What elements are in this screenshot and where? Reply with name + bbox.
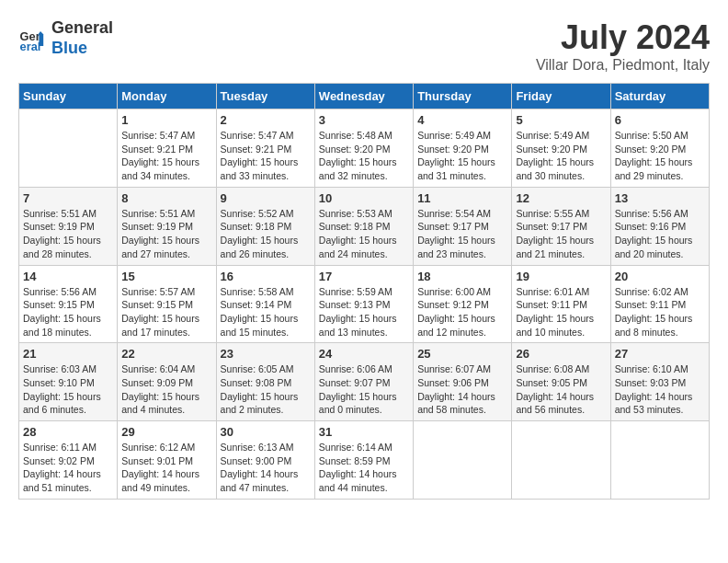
day-number: 31: [319, 425, 409, 439]
day-info: Sunrise: 5:54 AM Sunset: 9:17 PM Dayligh…: [417, 207, 507, 261]
day-number: 27: [615, 347, 705, 361]
calendar-cell: 22Sunrise: 6:04 AM Sunset: 9:09 PM Dayli…: [118, 343, 216, 421]
day-info: Sunrise: 5:52 AM Sunset: 9:18 PM Dayligh…: [221, 207, 311, 261]
calendar-cell: 2Sunrise: 5:47 AM Sunset: 9:21 PM Daylig…: [216, 109, 314, 188]
calendar-cell: 1Sunrise: 5:47 AM Sunset: 9:21 PM Daylig…: [118, 109, 216, 188]
day-info: Sunrise: 6:07 AM Sunset: 9:06 PM Dayligh…: [417, 362, 507, 417]
day-number: 14: [23, 270, 113, 283]
day-info: Sunrise: 5:53 AM Sunset: 9:18 PM Dayligh…: [319, 207, 409, 261]
svg-text:eral: eral: [20, 39, 41, 52]
day-number: 19: [516, 270, 606, 283]
day-number: 10: [319, 191, 409, 205]
weekday-header-monday: Monday: [118, 84, 216, 109]
day-number: 2: [221, 113, 311, 127]
day-number: 20: [615, 270, 705, 283]
day-info: Sunrise: 5:49 AM Sunset: 9:20 PM Dayligh…: [516, 129, 606, 183]
calendar-cell: 16Sunrise: 5:58 AM Sunset: 9:14 PM Dayli…: [216, 265, 314, 343]
day-number: 22: [121, 347, 211, 361]
weekday-header-row: SundayMondayTuesdayWednesdayThursdayFrid…: [19, 84, 710, 109]
calendar-cell: 18Sunrise: 6:00 AM Sunset: 9:12 PM Dayli…: [414, 265, 512, 343]
calendar-cell: 20Sunrise: 6:02 AM Sunset: 9:11 PM Dayli…: [610, 265, 709, 343]
calendar-cell: 26Sunrise: 6:08 AM Sunset: 9:05 PM Dayli…: [512, 343, 610, 421]
day-number: 16: [221, 270, 311, 283]
calendar-cell: 10Sunrise: 5:53 AM Sunset: 9:18 PM Dayli…: [314, 187, 413, 265]
week-row-5: 28Sunrise: 6:11 AM Sunset: 9:02 PM Dayli…: [19, 421, 710, 500]
day-info: Sunrise: 6:01 AM Sunset: 9:11 PM Dayligh…: [516, 285, 606, 339]
calendar-cell: 12Sunrise: 5:55 AM Sunset: 9:17 PM Dayli…: [512, 187, 610, 265]
calendar-cell: 4Sunrise: 5:49 AM Sunset: 9:20 PM Daylig…: [414, 109, 512, 188]
day-info: Sunrise: 5:48 AM Sunset: 9:20 PM Dayligh…: [319, 129, 409, 183]
page-header: Gen eral General Blue July 2024 Villar D…: [18, 18, 710, 74]
calendar-cell: 3Sunrise: 5:48 AM Sunset: 9:20 PM Daylig…: [314, 109, 413, 188]
calendar-cell: 5Sunrise: 5:49 AM Sunset: 9:20 PM Daylig…: [512, 109, 610, 188]
calendar-cell: [512, 421, 610, 500]
weekday-header-sunday: Sunday: [19, 84, 118, 109]
title-block: July 2024 Villar Dora, Piedmont, Italy: [536, 18, 710, 74]
day-info: Sunrise: 6:03 AM Sunset: 9:10 PM Dayligh…: [23, 362, 113, 417]
weekday-header-saturday: Saturday: [610, 84, 709, 109]
day-info: Sunrise: 6:14 AM Sunset: 8:59 PM Dayligh…: [319, 441, 409, 495]
day-number: 28: [23, 425, 113, 439]
weekday-header-tuesday: Tuesday: [216, 84, 314, 109]
day-info: Sunrise: 5:49 AM Sunset: 9:20 PM Dayligh…: [417, 129, 507, 183]
day-info: Sunrise: 5:58 AM Sunset: 9:14 PM Dayligh…: [221, 285, 311, 339]
day-number: 21: [23, 347, 113, 361]
week-row-1: 1Sunrise: 5:47 AM Sunset: 9:21 PM Daylig…: [19, 109, 710, 188]
day-number: 26: [516, 347, 606, 361]
weekday-header-friday: Friday: [512, 84, 610, 109]
day-number: 18: [417, 270, 507, 283]
day-number: 23: [221, 347, 311, 361]
day-info: Sunrise: 6:02 AM Sunset: 9:11 PM Dayligh…: [615, 285, 705, 339]
calendar-cell: [19, 109, 118, 188]
day-number: 7: [23, 191, 113, 205]
day-number: 17: [319, 270, 409, 283]
calendar-cell: 21Sunrise: 6:03 AM Sunset: 9:10 PM Dayli…: [19, 343, 118, 421]
day-info: Sunrise: 5:59 AM Sunset: 9:13 PM Dayligh…: [319, 285, 409, 339]
weekday-header-thursday: Thursday: [414, 84, 512, 109]
day-info: Sunrise: 6:13 AM Sunset: 9:00 PM Dayligh…: [221, 441, 311, 495]
calendar-cell: 11Sunrise: 5:54 AM Sunset: 9:17 PM Dayli…: [414, 187, 512, 265]
day-number: 29: [121, 425, 211, 439]
week-row-4: 21Sunrise: 6:03 AM Sunset: 9:10 PM Dayli…: [19, 343, 710, 421]
day-number: 25: [417, 347, 507, 361]
day-number: 1: [121, 113, 211, 127]
calendar-table: SundayMondayTuesdayWednesdayThursdayFrid…: [18, 83, 710, 500]
location-subtitle: Villar Dora, Piedmont, Italy: [536, 57, 710, 74]
day-number: 5: [516, 113, 606, 127]
calendar-cell: [414, 421, 512, 500]
calendar-cell: 13Sunrise: 5:56 AM Sunset: 9:16 PM Dayli…: [610, 187, 709, 265]
day-info: Sunrise: 5:47 AM Sunset: 9:21 PM Dayligh…: [221, 129, 311, 183]
calendar-cell: [610, 421, 709, 500]
logo-text: General Blue: [51, 18, 113, 58]
day-number: 4: [417, 113, 507, 127]
day-number: 12: [516, 191, 606, 205]
day-info: Sunrise: 6:06 AM Sunset: 9:07 PM Dayligh…: [319, 362, 409, 417]
week-row-3: 14Sunrise: 5:56 AM Sunset: 9:15 PM Dayli…: [19, 265, 710, 343]
day-number: 13: [615, 191, 705, 205]
calendar-cell: 31Sunrise: 6:14 AM Sunset: 8:59 PM Dayli…: [314, 421, 413, 500]
calendar-cell: 15Sunrise: 5:57 AM Sunset: 9:15 PM Dayli…: [118, 265, 216, 343]
calendar-cell: 14Sunrise: 5:56 AM Sunset: 9:15 PM Dayli…: [19, 265, 118, 343]
calendar-cell: 17Sunrise: 5:59 AM Sunset: 9:13 PM Dayli…: [314, 265, 413, 343]
main-title: July 2024: [536, 18, 710, 57]
day-number: 11: [417, 191, 507, 205]
day-info: Sunrise: 5:51 AM Sunset: 9:19 PM Dayligh…: [23, 207, 113, 261]
calendar-cell: 6Sunrise: 5:50 AM Sunset: 9:20 PM Daylig…: [610, 109, 709, 188]
day-info: Sunrise: 6:00 AM Sunset: 9:12 PM Dayligh…: [417, 285, 507, 339]
day-number: 6: [615, 113, 705, 127]
calendar-cell: 19Sunrise: 6:01 AM Sunset: 9:11 PM Dayli…: [512, 265, 610, 343]
day-info: Sunrise: 6:12 AM Sunset: 9:01 PM Dayligh…: [121, 441, 211, 495]
calendar-cell: 24Sunrise: 6:06 AM Sunset: 9:07 PM Dayli…: [314, 343, 413, 421]
calendar-cell: 27Sunrise: 6:10 AM Sunset: 9:03 PM Dayli…: [610, 343, 709, 421]
day-info: Sunrise: 5:47 AM Sunset: 9:21 PM Dayligh…: [121, 129, 211, 183]
day-number: 15: [121, 270, 211, 283]
calendar-cell: 9Sunrise: 5:52 AM Sunset: 9:18 PM Daylig…: [216, 187, 314, 265]
calendar-cell: 30Sunrise: 6:13 AM Sunset: 9:00 PM Dayli…: [216, 421, 314, 500]
calendar-cell: 23Sunrise: 6:05 AM Sunset: 9:08 PM Dayli…: [216, 343, 314, 421]
day-info: Sunrise: 5:56 AM Sunset: 9:15 PM Dayligh…: [23, 285, 113, 339]
calendar-cell: 29Sunrise: 6:12 AM Sunset: 9:01 PM Dayli…: [118, 421, 216, 500]
day-info: Sunrise: 6:05 AM Sunset: 9:08 PM Dayligh…: [221, 362, 311, 417]
calendar-cell: 7Sunrise: 5:51 AM Sunset: 9:19 PM Daylig…: [19, 187, 118, 265]
day-info: Sunrise: 5:55 AM Sunset: 9:17 PM Dayligh…: [516, 207, 606, 261]
day-number: 30: [221, 425, 311, 439]
